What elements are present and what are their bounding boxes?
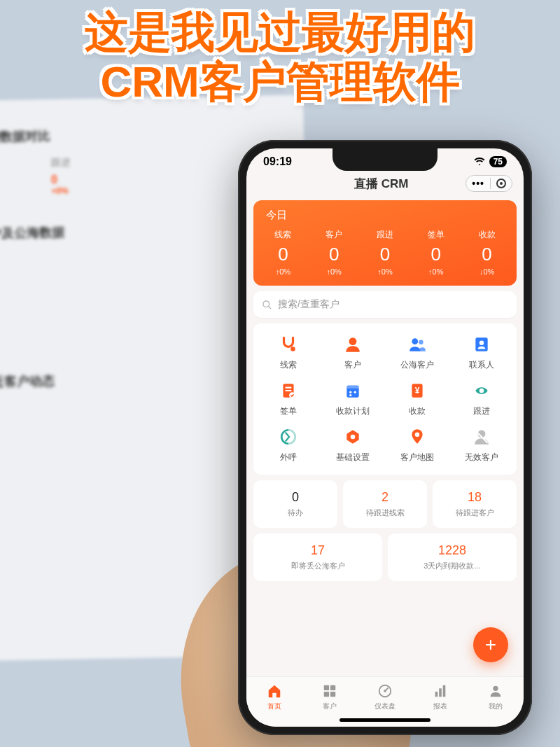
tab-客户[interactable]: 客户 — [302, 683, 357, 711]
app-title: 直播 CRM — [297, 176, 465, 192]
invalid-icon — [470, 426, 493, 448]
grid-item-收款计划[interactable]: 收款计划 — [321, 379, 385, 417]
svg-point-7 — [479, 341, 484, 346]
home-icon — [266, 683, 283, 699]
close-target-icon[interactable] — [496, 179, 506, 188]
plus-icon: + — [485, 634, 496, 656]
svg-point-17 — [479, 389, 484, 393]
summary-cards: 0 待办2 待跟进线索18 待跟进客户17 即将丢公海客户1228 3天内到期收… — [253, 480, 517, 581]
summary-card-即将丢公海客户[interactable]: 17 即将丢公海客户 — [253, 533, 382, 581]
svg-line-1 — [268, 306, 271, 309]
grid-item-线索[interactable]: 线索 — [256, 333, 321, 371]
grid-item-公海客户[interactable]: 公海客户 — [385, 333, 449, 371]
metric-收款[interactable]: 收款 0 ↓0% — [461, 229, 512, 276]
notch — [332, 148, 438, 171]
svg-rect-24 — [330, 685, 335, 690]
sign-icon — [277, 379, 300, 402]
metric-跟进[interactable]: 跟进 0 ↑0% — [360, 229, 411, 276]
home-indicator — [340, 718, 430, 722]
map-icon — [406, 426, 428, 448]
svg-point-28 — [384, 690, 386, 692]
summary-card-待跟进客户[interactable]: 18 待跟进客户 — [433, 480, 517, 528]
dashboard-icon — [377, 683, 393, 699]
summary-card-3天内到期收款...[interactable]: 1228 3天内到期收款... — [388, 533, 517, 581]
tab-仪表盘[interactable]: 仪表盘 — [357, 683, 412, 711]
grid-item-跟进[interactable]: 跟进 — [449, 379, 514, 417]
svg-rect-23 — [324, 685, 329, 690]
more-icon[interactable]: ••• — [472, 178, 484, 189]
svg-rect-25 — [324, 692, 329, 697]
miniprogram-capsule[interactable]: ••• — [465, 175, 512, 192]
customers-icon — [321, 683, 338, 699]
svg-point-14 — [349, 394, 351, 396]
plan-icon — [342, 379, 364, 402]
search-placeholder: 搜索/查重客户 — [278, 298, 340, 311]
tab-首页[interactable]: 首页 — [246, 683, 302, 711]
me-icon — [487, 683, 504, 699]
tab-报表[interactable]: 报表 — [413, 683, 468, 711]
period-tab[interactable]: 今日 — [258, 209, 512, 222]
follow-icon — [470, 379, 493, 402]
search-input[interactable]: 搜索/查重客户 — [253, 291, 517, 318]
add-fab[interactable]: + — [473, 627, 508, 662]
metric-签单[interactable]: 签单 0 ↑0% — [410, 229, 461, 276]
svg-rect-31 — [443, 685, 446, 697]
grid-item-收款[interactable]: ¥ 收款 — [385, 379, 449, 417]
bg-section-heading: 新增数据对比 — [0, 123, 283, 146]
svg-point-0 — [263, 300, 270, 307]
wifi-icon — [474, 157, 485, 167]
lead-icon — [277, 333, 300, 356]
svg-rect-29 — [435, 692, 438, 697]
grid-item-联系人[interactable]: 联系人 — [449, 333, 514, 371]
svg-point-19 — [351, 435, 356, 440]
svg-point-4 — [412, 338, 418, 344]
report-icon — [432, 683, 449, 699]
svg-point-5 — [419, 340, 424, 345]
pool-icon — [406, 333, 428, 356]
phone-screen: 09:19 75 直播 CRM ••• 今日 线索 0 ↑0%客户 0 ↑0%跟… — [246, 148, 524, 727]
svg-point-2 — [290, 347, 295, 351]
status-time: 09:19 — [263, 155, 292, 168]
grid-item-客户地图[interactable]: 客户地图 — [385, 426, 449, 463]
app-header: 直播 CRM ••• — [246, 171, 524, 196]
svg-point-3 — [349, 337, 357, 345]
metric-客户[interactable]: 客户 0 ↑0% — [309, 229, 360, 276]
grid-item-客户[interactable]: 客户 — [321, 333, 385, 371]
svg-point-20 — [415, 433, 420, 438]
svg-point-13 — [354, 391, 356, 393]
call-icon — [277, 426, 300, 448]
contact-icon — [470, 333, 493, 356]
today-metrics-card[interactable]: 今日 线索 0 ↑0%客户 0 ↑0%跟进 0 ↑0%签单 0 ↑0%收款 0 … — [253, 200, 517, 286]
summary-card-待办[interactable]: 0 待办 — [253, 480, 337, 528]
grid-item-签单[interactable]: 签单 — [256, 379, 321, 417]
grid-item-基础设置[interactable]: 基础设置 — [321, 426, 385, 463]
svg-rect-30 — [439, 688, 442, 697]
svg-point-12 — [349, 391, 351, 393]
receipt-icon: ¥ — [406, 379, 428, 402]
summary-card-待跟进线索[interactable]: 2 待跟进线索 — [343, 480, 427, 528]
svg-rect-26 — [330, 692, 335, 697]
tab-我的[interactable]: 我的 — [468, 683, 524, 711]
battery-indicator: 75 — [489, 156, 507, 167]
settings-icon — [342, 426, 364, 448]
promo-overlay-text: 这是我见过最好用的 CRM客户管理软件 — [0, 7, 560, 107]
svg-rect-11 — [346, 385, 358, 388]
svg-text:¥: ¥ — [415, 386, 420, 396]
svg-point-32 — [493, 686, 498, 691]
grid-item-无效客户[interactable]: 无效客户 — [449, 426, 514, 463]
feature-grid: 线索 客户 公海客户 联系人 签单 收款计划¥ 收款 跟进 外呼 基础设置 客户… — [253, 323, 517, 475]
customer-icon — [342, 333, 364, 356]
search-icon — [262, 300, 272, 310]
phone-frame: 09:19 75 直播 CRM ••• 今日 线索 0 ↑0%客户 0 ↑0%跟… — [238, 140, 532, 735]
grid-item-外呼[interactable]: 外呼 — [256, 426, 321, 463]
metric-线索[interactable]: 线索 0 ↑0% — [258, 229, 309, 276]
